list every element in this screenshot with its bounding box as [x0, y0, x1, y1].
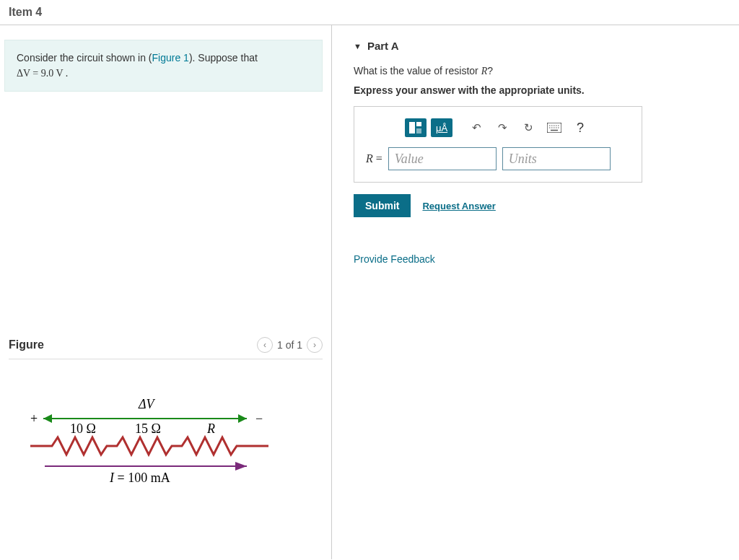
plus-terminal: +	[30, 411, 38, 426]
svg-rect-4	[416, 128, 421, 134]
units-input[interactable]	[502, 147, 611, 170]
figure-title: Figure	[9, 338, 44, 351]
value-input[interactable]	[388, 147, 497, 170]
submit-row: Submit Request Answer	[354, 194, 725, 217]
part-a-label: Part A	[367, 40, 399, 52]
minus-terminal: −	[255, 411, 263, 426]
figure-area: + − ΔV 10 Ω 15 Ω R I = 100 mA	[9, 359, 323, 496]
r1-label: 10 Ω	[70, 421, 96, 436]
submit-button[interactable]: Submit	[354, 194, 411, 217]
svg-rect-2	[409, 122, 415, 134]
r2-label: 15 Ω	[135, 421, 161, 436]
figure-header: Figure ‹ 1 of 1 ›	[9, 337, 323, 359]
input-row: R =	[366, 147, 630, 170]
main-content: Consider the circuit shown in (Figure 1)…	[0, 25, 739, 559]
request-answer-link[interactable]: Request Answer	[422, 201, 495, 211]
page-header: Item 4	[0, 0, 739, 25]
answer-box: μÅ ↶ ↷ ↻ ? R =	[354, 106, 642, 183]
circuit-diagram: + − ΔV 10 Ω 15 Ω R I = 100 mA	[30, 388, 276, 489]
right-column: ▼ Part A What is the value of resistor R…	[332, 25, 739, 559]
figure-link[interactable]: Figure 1	[152, 52, 189, 64]
problem-statement: Consider the circuit shown in (Figure 1)…	[4, 40, 323, 92]
prompt-equation: ΔV = 9.0 V .	[17, 68, 68, 79]
svg-rect-3	[416, 122, 421, 126]
help-icon[interactable]: ?	[569, 118, 591, 137]
answer-toolbar: μÅ ↶ ↷ ↻ ?	[366, 118, 630, 137]
redo-icon[interactable]: ↷	[491, 118, 513, 137]
figure-counter: 1 of 1	[277, 339, 302, 351]
units-tool-icon[interactable]: μÅ	[431, 118, 452, 137]
dv-label: ΔV	[138, 397, 156, 411]
figure-prev-button[interactable]: ‹	[257, 337, 273, 353]
template-tool-icon[interactable]	[405, 118, 427, 137]
undo-icon[interactable]: ↶	[465, 118, 487, 137]
collapse-icon: ▼	[354, 42, 362, 51]
equation-label: R =	[366, 152, 382, 165]
left-column: Consider the circuit shown in (Figure 1)…	[0, 25, 332, 559]
item-title: Item 4	[9, 6, 42, 18]
figure-nav: ‹ 1 of 1 ›	[257, 337, 323, 353]
part-a-header[interactable]: ▼ Part A	[354, 40, 725, 52]
provide-feedback-link[interactable]: Provide Feedback	[354, 253, 435, 265]
prompt-text-post: ). Suppose that	[189, 52, 258, 64]
keyboard-icon[interactable]	[543, 118, 565, 137]
question-text: What is the value of resistor R?	[354, 65, 725, 77]
current-label: I = 100 mA	[109, 471, 170, 485]
reset-icon[interactable]: ↻	[517, 118, 539, 137]
figure-next-button[interactable]: ›	[307, 337, 323, 353]
instruction-text: Express your answer with the appropriate…	[354, 84, 725, 96]
prompt-text-pre: Consider the circuit shown in (	[17, 52, 152, 64]
r3-label: R	[206, 421, 215, 436]
